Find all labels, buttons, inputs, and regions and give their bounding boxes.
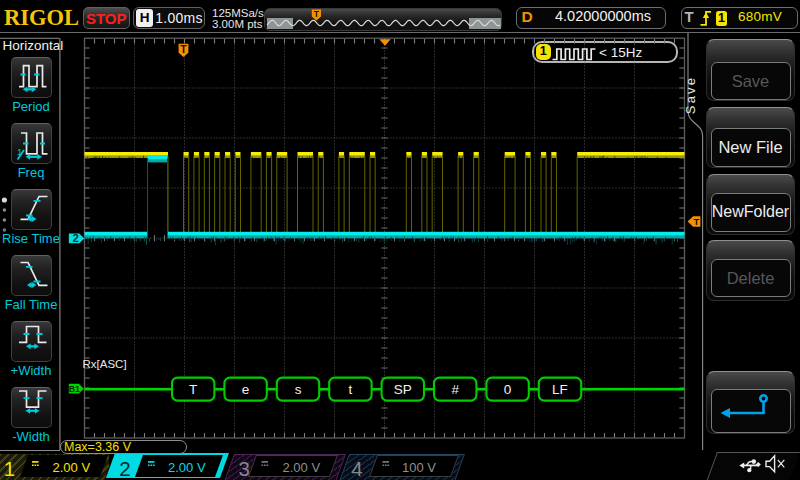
svg-text:Save: Save bbox=[683, 76, 698, 114]
svg-text:T: T bbox=[189, 382, 197, 397]
svg-text:#: # bbox=[451, 382, 459, 397]
svg-text:s: s bbox=[295, 382, 302, 397]
svg-text:T: T bbox=[180, 43, 187, 55]
svg-text:Rx[ASC]: Rx[ASC] bbox=[83, 358, 127, 370]
svg-text:0: 0 bbox=[504, 382, 512, 397]
svg-text:LF: LF bbox=[552, 382, 568, 397]
svg-text:T: T bbox=[693, 216, 699, 227]
svg-text:e: e bbox=[242, 382, 250, 397]
svg-text:t: t bbox=[349, 382, 353, 397]
svg-text:2: 2 bbox=[72, 232, 78, 244]
svg-text:B1: B1 bbox=[69, 384, 80, 394]
svg-text:SP: SP bbox=[394, 382, 412, 397]
svg-text:T: T bbox=[314, 9, 320, 19]
